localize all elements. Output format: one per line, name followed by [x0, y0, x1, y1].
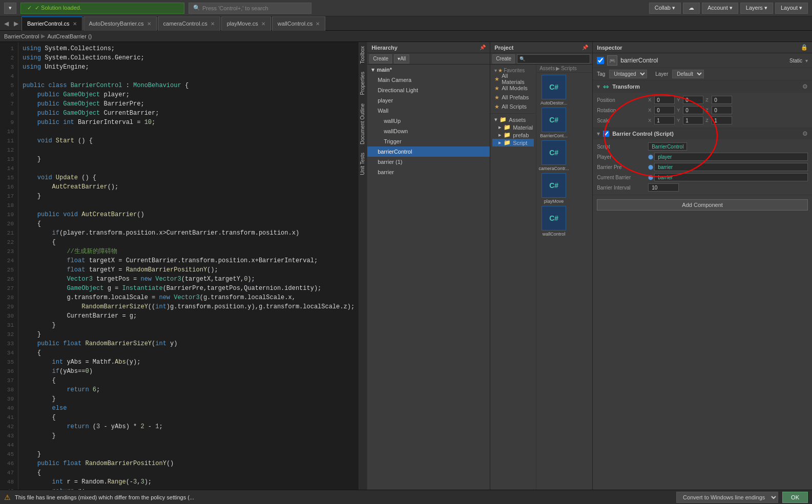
tab-wallcontrol[interactable]: wallControl.cs ✕: [272, 16, 325, 31]
tab-barriercontrol[interactable]: BarrierControl.cs ✕: [22, 16, 82, 31]
list-item-selected[interactable]: barrierControl: [367, 146, 490, 157]
position-x-input[interactable]: [654, 96, 675, 104]
hierarchy-all-button[interactable]: ▾All: [394, 54, 409, 64]
list-item[interactable]: Wall: [367, 106, 490, 116]
tab-nav-back[interactable]: ◀: [2, 20, 11, 27]
list-item[interactable]: wallUp: [367, 116, 490, 126]
hierarchy-pin-icon[interactable]: 📌: [480, 45, 486, 50]
tab-cameracontrol[interactable]: cameraControl.cs ✕: [158, 16, 220, 31]
current-barrier-label: Current Barrier: [597, 175, 648, 180]
list-item[interactable]: C# cameraContr...: [538, 140, 569, 171]
scene-arrow: ▾: [371, 67, 374, 73]
list-item[interactable]: C# BarrierCont...: [538, 108, 569, 138]
barrier-interval-label: Barrier Interval: [597, 185, 648, 191]
barrier-pre-ref[interactable]: barrier: [654, 163, 808, 171]
component-header[interactable]: ▾ ⇔ Transform ⚙: [593, 80, 812, 93]
folder-script[interactable]: ▸ 📁 Script: [492, 139, 534, 146]
rotation-y-input[interactable]: [683, 106, 703, 114]
tab-nav-forward[interactable]: ▶: [12, 20, 20, 27]
item-label: Directional Light: [378, 87, 418, 93]
list-item[interactable]: wallDown: [367, 126, 490, 136]
list-item[interactable]: barrier: [367, 167, 490, 177]
list-item[interactable]: barrier (1): [367, 157, 490, 167]
add-component-button[interactable]: Add Component: [597, 199, 808, 211]
list-item[interactable]: Main Camera: [367, 75, 490, 85]
script-ref[interactable]: BarrierControl: [648, 142, 687, 151]
script-component-header[interactable]: ▾ Barrier Control (Script) ⚙: [593, 128, 812, 139]
assets-header[interactable]: ▾ 📁 Assets: [492, 116, 534, 123]
tab-close-icon[interactable]: ✕: [316, 21, 320, 27]
list-item[interactable]: Trigger: [367, 136, 490, 146]
document-outline-label[interactable]: Document Outline: [359, 99, 367, 149]
breadcrumb-assets[interactable]: Assets: [539, 66, 555, 71]
layers-button[interactable]: Layers ▾: [740, 3, 773, 14]
lock-icon[interactable]: 🔒: [801, 44, 808, 51]
tab-close-icon[interactable]: ✕: [147, 21, 151, 27]
project-create-button[interactable]: Create: [492, 54, 515, 64]
rotation-y-field: Y: [677, 106, 703, 114]
properties-label[interactable]: Properties: [359, 68, 367, 99]
scene-label: main*: [377, 67, 392, 73]
layout-button[interactable]: Layout ▾: [775, 3, 808, 14]
barrier-pre-label: Barrier Pre: [597, 164, 648, 170]
fav-all-models[interactable]: ★ All Models: [492, 83, 534, 93]
convert-dropdown[interactable]: Convert to Windows line endings: [676, 492, 778, 503]
player-ref[interactable]: player: [654, 153, 808, 161]
static-dropdown-icon[interactable]: ▾: [805, 58, 808, 64]
script-menu-icon[interactable]: ⚙: [802, 130, 808, 137]
position-y-input[interactable]: [683, 96, 703, 104]
toolbox-sidebar: Toolbox Properties Document Outline Unit…: [359, 42, 367, 490]
object-active-checkbox[interactable]: [597, 57, 604, 64]
tab-close-icon[interactable]: ✕: [261, 21, 265, 27]
object-name[interactable]: barrierControl: [620, 57, 786, 64]
current-barrier-row: Current Barrier ⬤ barrier: [597, 172, 808, 182]
fav-all-prefabs[interactable]: ★ All Prefabs: [492, 93, 534, 102]
toolbox-label[interactable]: Toolbox: [359, 42, 367, 68]
list-item[interactable]: player: [367, 95, 490, 106]
unit-tests-label[interactable]: Unit Tests: [359, 149, 367, 179]
account-button[interactable]: Account ▾: [702, 3, 738, 14]
transform-body: Position X Y: [593, 93, 812, 128]
rotation-z-input[interactable]: [712, 106, 732, 114]
folder-material[interactable]: ▸ 📁 Material: [492, 123, 534, 131]
file-menu-button[interactable]: ▾: [4, 3, 16, 14]
rotation-x-input[interactable]: [654, 106, 675, 114]
tab-playmove[interactable]: playMove.cs ✕: [221, 16, 271, 31]
search-bar[interactable]: 🔍 Press 'Control+,' to search: [189, 3, 311, 14]
code-content[interactable]: using System.Collections; using System.C…: [18, 42, 359, 490]
list-item[interactable]: C# wallControl: [538, 206, 569, 237]
position-z-input[interactable]: [712, 96, 732, 104]
tab-close-icon[interactable]: ✕: [211, 21, 215, 27]
tab-autodestory[interactable]: AutoDestoryBarrier.cs ✕: [84, 16, 157, 31]
folder-prefab[interactable]: ▸ 📁 prefab: [492, 131, 534, 139]
breadcrumb-part1[interactable]: BarrierControl: [4, 33, 39, 39]
inspector-tag-row: Tag Untagged Layer Default: [593, 68, 812, 80]
tab-close-icon[interactable]: ✕: [73, 21, 77, 27]
fav-all-materials[interactable]: ★ All Materials: [492, 74, 534, 83]
list-item[interactable]: Directional Light: [367, 85, 490, 95]
barrier-interval-input[interactable]: [648, 183, 679, 192]
current-barrier-ref[interactable]: barrier: [654, 173, 808, 181]
project-pin-icon[interactable]: 📌: [582, 45, 588, 50]
scale-z-input[interactable]: [712, 116, 732, 124]
fav-all-scripts[interactable]: ★ All Scripts: [492, 102, 534, 111]
script-enabled-checkbox[interactable]: [603, 131, 609, 137]
breadcrumb-scripts[interactable]: Scripts: [561, 66, 577, 71]
tag-dropdown[interactable]: Untagged: [609, 70, 647, 78]
collab-button[interactable]: Collab ▾: [649, 3, 681, 14]
breadcrumb-part2[interactable]: AutCreatBarrier (): [47, 33, 92, 39]
hierarchy-scene[interactable]: ▾ main*: [367, 65, 490, 75]
project-search[interactable]: 🔍: [517, 54, 590, 64]
scale-x-input[interactable]: [654, 116, 675, 124]
search-icon: 🔍: [519, 56, 525, 61]
scale-y-input[interactable]: [683, 116, 703, 124]
file-icon-label: AutoDestor...: [540, 100, 567, 106]
layer-dropdown[interactable]: Default: [672, 70, 704, 78]
list-item[interactable]: C# playMove: [538, 173, 569, 204]
component-menu-icon[interactable]: ⚙: [802, 83, 808, 90]
cloud-button[interactable]: ☁: [683, 3, 700, 14]
ok-button[interactable]: OK: [782, 492, 808, 503]
code-area[interactable]: 12345 678910 1112131415 1617181920 21222…: [0, 42, 359, 490]
list-item[interactable]: C# AutoDestor...: [538, 75, 569, 106]
hierarchy-create-button[interactable]: Create: [369, 54, 392, 64]
